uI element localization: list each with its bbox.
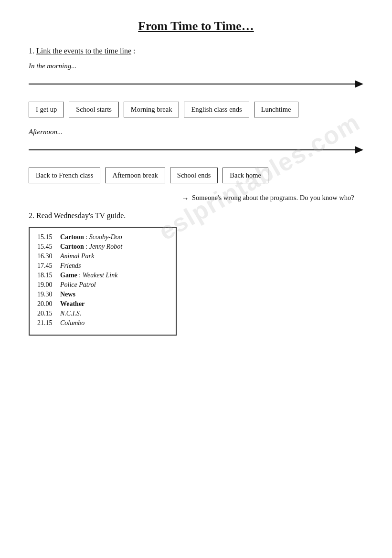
event-box-get-up[interactable]: I get up: [29, 102, 64, 117]
tv-time: 15.15: [37, 233, 57, 241]
tv-time: 16.30: [37, 253, 57, 260]
tv-show: Animal Park: [60, 253, 94, 260]
tv-row-2015: 20.15 N.C.I.S.: [37, 310, 168, 317]
tv-show: Weather: [60, 300, 85, 308]
event-box-school-ends[interactable]: School ends: [170, 168, 218, 183]
tv-row-1745: 17.45 Friends: [37, 262, 168, 270]
tv-show: News: [60, 291, 75, 298]
tv-show: Cartoon : Scooby-Doo: [60, 233, 122, 241]
instruction-number: 1.: [29, 47, 36, 55]
tv-time: 20.15: [37, 310, 57, 317]
afternoon-label: Afternoon...: [29, 128, 363, 136]
event-box-lunchtime[interactable]: Lunchtime: [254, 102, 298, 117]
tv-guide-box: 15.15 Cartoon : Scooby-Doo 15.45 Cartoon…: [29, 227, 177, 336]
tv-time: 20.00: [37, 300, 57, 308]
event-box-afternoon-break[interactable]: Afternoon break: [105, 168, 165, 183]
morning-events-row: I get up School starts Morning break Eng…: [29, 102, 363, 117]
tv-show: Game : Weakest Link: [60, 272, 117, 279]
event-box-school-starts[interactable]: School starts: [69, 102, 119, 117]
afternoon-events-row: Back to French class Afternoon break Sch…: [29, 168, 363, 183]
tv-show: Columbo: [60, 319, 85, 327]
tv-time: 21.15: [37, 319, 57, 327]
tv-show: Cartoon : Jenny Robot: [60, 243, 122, 251]
tv-row-1900: 19.00 Police Patrol: [37, 281, 168, 289]
morning-label: In the morning...: [29, 62, 363, 70]
section1-instruction: 1. Link the events to the time line :: [29, 47, 363, 55]
arrow-note-text: Someone's wrong about the programs. Do y…: [192, 194, 354, 202]
morning-timeline: [29, 75, 363, 93]
instruction-suffix: :: [131, 47, 135, 55]
tv-row-2115: 21.15 Columbo: [37, 319, 168, 327]
tv-row-1630: 16.30 Animal Park: [37, 253, 168, 260]
page-title: From Time to Time…: [29, 19, 363, 33]
section2-instruction: 2. Read Wednesday's TV guide.: [29, 211, 363, 220]
event-box-back-french[interactable]: Back to French class: [29, 168, 100, 183]
tv-row-1815: 18.15 Game : Weakest Link: [37, 272, 168, 279]
tv-row-2000: 20.00 Weather: [37, 300, 168, 308]
tv-row-1545: 15.45 Cartoon : Jenny Robot: [37, 243, 168, 251]
tv-show: Friends: [60, 262, 81, 270]
event-box-back-home[interactable]: Back home: [222, 168, 268, 183]
timeline-line: [29, 84, 355, 84]
tv-time: 18.15: [37, 272, 57, 279]
tv-time: 19.00: [37, 281, 57, 289]
afternoon-timeline: [29, 141, 363, 159]
tv-time: 17.45: [37, 262, 57, 270]
arrow-note: → Someone's wrong about the programs. Do…: [181, 194, 363, 203]
arrow-symbol: →: [181, 194, 189, 203]
tv-show: Police Patrol: [60, 281, 96, 289]
tv-show: N.C.I.S.: [60, 310, 81, 317]
timeline-arrow-2: [355, 146, 363, 154]
tv-time: 15.45: [37, 243, 57, 251]
event-box-english-class-ends[interactable]: English class ends: [184, 102, 249, 117]
section2: 2. Read Wednesday's TV guide. 15.15 Cart…: [29, 211, 363, 336]
timeline-line-2: [29, 149, 355, 150]
tv-time: 19.30: [37, 291, 57, 298]
instruction-underline: Link the events to the time line: [36, 47, 131, 55]
event-box-morning-break[interactable]: Morning break: [124, 102, 180, 117]
tv-row-1515: 15.15 Cartoon : Scooby-Doo: [37, 233, 168, 241]
tv-row-1930: 19.30 News: [37, 291, 168, 298]
timeline-arrow: [355, 80, 363, 88]
